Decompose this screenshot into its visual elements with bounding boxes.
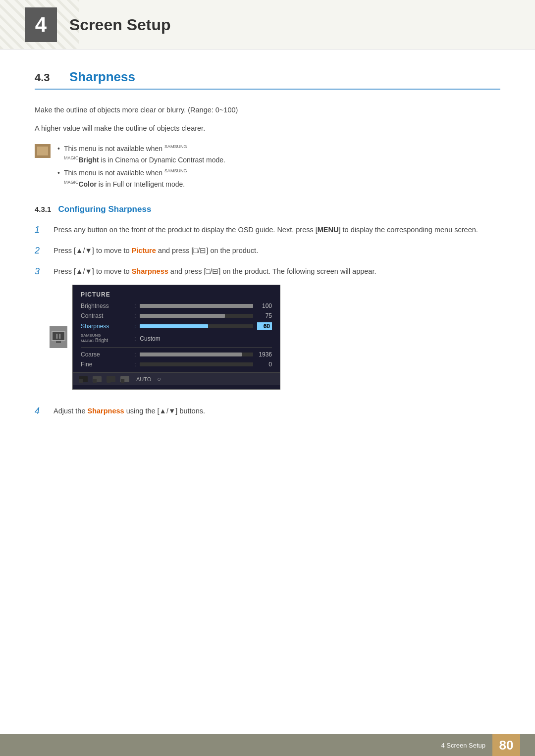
description-2: A higher value will make the outline of … xyxy=(35,123,500,134)
chapter-number: 4 xyxy=(25,7,57,42)
osd-fill-contrast xyxy=(140,314,224,318)
section-heading: 4.3 Sharpness xyxy=(35,69,500,90)
step-text-4: Adjust the Sharpness using the [▲/▼] but… xyxy=(54,405,205,417)
note-lines: This menu is not available when SAMSUNGM… xyxy=(57,143,225,190)
osd-bar-fine xyxy=(140,362,253,366)
osd-btn-auto: AUTO xyxy=(136,376,151,382)
osd-row-brightness: Brightness : 100 xyxy=(73,301,280,311)
osd-value-fine: 0 xyxy=(257,361,272,368)
note-line-2: This menu is not available when SAMSUNGM… xyxy=(57,167,225,190)
osd-bar-coarse xyxy=(140,353,253,356)
note-icon-inner xyxy=(37,147,48,155)
step-number-1: 1 xyxy=(35,224,46,235)
step-text-3: Press [▲/▼] to move to Sharpness and pre… xyxy=(54,267,376,275)
step-text-1: Press any button on the front of the pro… xyxy=(54,224,478,236)
main-content: 4.3 Sharpness Make the outline of object… xyxy=(0,50,535,466)
osd-value-brightness: 100 xyxy=(257,302,272,309)
osd-row-sharpness: Sharpness : 60 xyxy=(73,321,280,332)
osd-text-magic-bright: Custom xyxy=(140,335,160,342)
osd-label-brightness: Brightness xyxy=(81,302,130,309)
monitor-icon xyxy=(50,326,67,348)
note-line-1: This menu is not available when SAMSUNGM… xyxy=(57,143,225,165)
footer-section-label: 4 Screen Setup xyxy=(441,742,485,749)
subsection-title: Configuring Sharpness xyxy=(58,204,151,214)
subsection-heading: 4.3.1 Configuring Sharpness xyxy=(35,204,500,214)
header-banner: 4 Screen Setup xyxy=(0,0,535,50)
osd-value-contrast: 75 xyxy=(257,312,272,319)
step-number-3: 3 xyxy=(35,266,46,277)
description-1: Make the outline of objects more clear o… xyxy=(35,104,500,116)
osd-fill-sharpness xyxy=(140,324,208,328)
step-number-2: 2 xyxy=(35,245,46,256)
osd-label-magic-bright: SAMSUNG MAGIC Bright xyxy=(81,333,130,344)
osd-btn-2: ■ xyxy=(93,376,102,382)
step-2: 2 Press [▲/▼] to move to Picture and pre… xyxy=(35,245,500,257)
monitor-screen xyxy=(52,331,65,341)
note-icon xyxy=(35,144,51,158)
monitor-lines xyxy=(56,334,60,339)
steps-list: 1 Press any button on the front of the p… xyxy=(35,224,500,417)
osd-row-contrast: Contrast : 75 xyxy=(73,311,280,321)
osd-row-fine: Fine : 0 xyxy=(73,359,280,369)
footer: 4 Screen Setup 80 xyxy=(0,734,535,756)
osd-label-fine: Fine xyxy=(81,361,130,368)
osd-label-contrast: Contrast xyxy=(81,312,130,319)
osd-btn-power: ○ xyxy=(157,375,161,383)
osd-bottom-bar: ■ ■ ■ ■ AUTO ○ xyxy=(73,372,280,385)
osd-fill-brightness xyxy=(140,304,253,308)
note-box: This menu is not available when SAMSUNGM… xyxy=(35,143,500,190)
osd-bar-sharpness xyxy=(140,324,253,328)
osd-btn-4: ■ xyxy=(120,376,129,382)
osd-bar-contrast xyxy=(140,314,253,318)
step-1: 1 Press any button on the front of the p… xyxy=(35,224,500,236)
osd-value-sharpness: 60 xyxy=(257,322,272,330)
section-number: 4.3 xyxy=(35,71,59,84)
osd-value-coarse: 1936 xyxy=(257,351,272,358)
osd-label-coarse: Coarse xyxy=(81,351,130,358)
step-text-2: Press [▲/▼] to move to Picture and press… xyxy=(54,245,258,257)
step-number-4: 4 xyxy=(35,405,46,416)
step-3: 3 Press [▲/▼] to move to Sharpness and p… xyxy=(35,266,500,397)
osd-btn-1: ■ xyxy=(79,376,88,382)
osd-row-coarse: Coarse : 1936 xyxy=(73,350,280,359)
osd-bar-brightness xyxy=(140,304,253,308)
osd-panel: PICTURE Brightness : 100 xyxy=(72,285,280,390)
osd-divider xyxy=(81,347,272,348)
osd-fill-coarse xyxy=(140,353,242,356)
header-title: Screen Setup xyxy=(69,15,171,34)
subsection-number: 4.3.1 xyxy=(35,205,51,213)
osd-screenshot: PICTURE Brightness : 100 xyxy=(72,285,280,390)
footer-page-number: 80 xyxy=(492,734,520,756)
osd-title: PICTURE xyxy=(73,289,280,301)
osd-row-magic-bright: SAMSUNG MAGIC Bright : Custom xyxy=(73,332,280,346)
section-title: Sharpness xyxy=(69,69,135,85)
osd-btn-3: ■ xyxy=(107,376,115,382)
osd-label-sharpness: Sharpness xyxy=(81,323,130,330)
monitor-stand xyxy=(56,341,61,343)
step-4: 4 Adjust the Sharpness using the [▲/▼] b… xyxy=(35,405,500,417)
